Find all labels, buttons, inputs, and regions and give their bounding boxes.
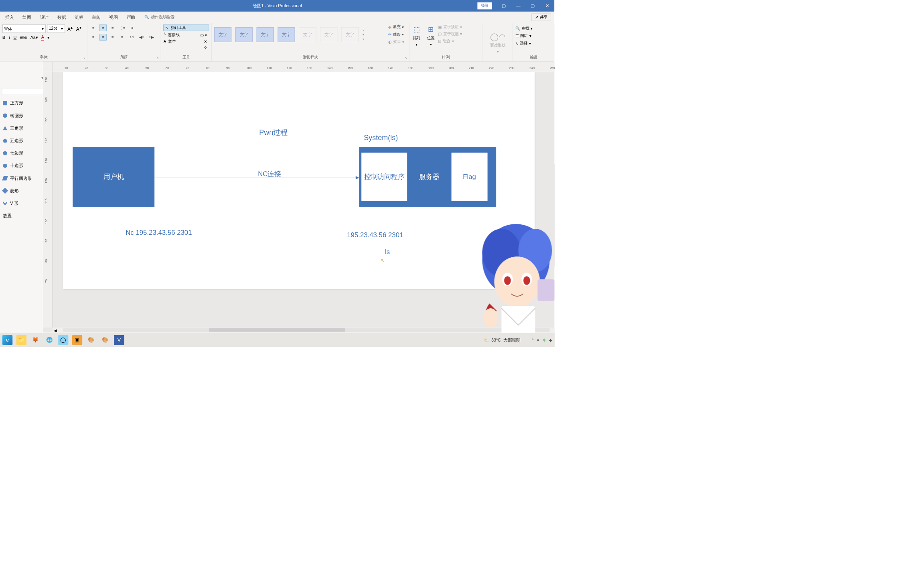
- app-icon-2[interactable]: ▣: [72, 335, 82, 345]
- find-button[interactable]: 🔍查找 ▾: [515, 26, 552, 31]
- visio-icon[interactable]: V: [114, 335, 124, 345]
- shape-item-ellipse[interactable]: 椭圆形: [2, 109, 41, 122]
- ribbon-display-icon[interactable]: ▢: [496, 0, 511, 12]
- menu-data[interactable]: 数据: [53, 14, 70, 20]
- diagram-client-box[interactable]: 用户机: [73, 147, 154, 207]
- share-button[interactable]: ↗ 共享: [531, 14, 551, 21]
- menu-view[interactable]: 视图: [105, 14, 122, 20]
- shape-item-vshape[interactable]: V 形: [2, 197, 41, 210]
- shape-item-parallelogram[interactable]: 平行四边形: [2, 172, 41, 184]
- diagram-ls[interactable]: ls: [385, 248, 390, 256]
- style-item-5[interactable]: 文字: [299, 27, 316, 42]
- diagram-conn-label[interactable]: NC连接: [258, 169, 281, 179]
- maximize-icon[interactable]: ▢: [525, 0, 540, 12]
- justify-icon[interactable]: ≡: [119, 34, 126, 41]
- styles-more-icon[interactable]: ▾: [363, 37, 364, 41]
- align-left-icon[interactable]: ≡: [90, 24, 97, 31]
- app-icon-4[interactable]: 🎨: [100, 335, 110, 345]
- style-item-6[interactable]: 文字: [320, 27, 337, 42]
- increase-indent-icon[interactable]: ≡▶: [148, 34, 155, 41]
- shape-item-diamond[interactable]: 菱形: [2, 185, 41, 197]
- align-center-icon[interactable]: ≡: [99, 24, 107, 31]
- shape-item-square[interactable]: 正方形: [2, 97, 41, 109]
- diagram-flag-box[interactable]: Flag: [452, 153, 488, 201]
- layers-button[interactable]: ☰图层 ▾: [515, 33, 552, 39]
- diagram-arrow[interactable]: [154, 178, 356, 178]
- styles-scroll-up-icon[interactable]: ▴: [363, 28, 364, 32]
- line-button[interactable]: ✏线条 ▾: [388, 32, 404, 37]
- shape-item-heptagon[interactable]: 七边形: [2, 147, 41, 159]
- tray-icon-3[interactable]: ◆: [549, 338, 552, 342]
- menu-design[interactable]: 设计: [36, 14, 53, 20]
- bold-button[interactable]: B: [2, 35, 6, 40]
- menu-draw[interactable]: 绘图: [18, 14, 36, 20]
- menu-review[interactable]: 审阅: [87, 14, 105, 20]
- edge-icon[interactable]: e: [2, 335, 12, 345]
- chrome-icon[interactable]: 🌐: [44, 335, 54, 345]
- menu-process[interactable]: 流程: [70, 14, 87, 20]
- connector-tool-button[interactable]: ╰连接线: [164, 33, 180, 38]
- connection-point-icon[interactable]: ⊹: [204, 45, 207, 50]
- send-back-button[interactable]: ▢置于底层 ▾: [438, 32, 462, 37]
- firefox-icon[interactable]: 🦊: [30, 335, 41, 345]
- align-right-icon[interactable]: ≡: [109, 24, 116, 31]
- weather-temp[interactable]: 33°C: [491, 338, 501, 343]
- select-button[interactable]: ↖选择 ▾: [515, 41, 552, 46]
- effect-button[interactable]: ◐效果 ▾: [388, 39, 404, 45]
- style-item-3[interactable]: 文字: [257, 27, 274, 42]
- font-color-button[interactable]: A: [41, 35, 44, 40]
- tray-icon-2[interactable]: ❋: [543, 338, 546, 342]
- font-dialog-launcher-icon[interactable]: ↘: [83, 56, 85, 59]
- shapes-search-input[interactable]: [2, 88, 46, 95]
- font-name-select[interactable]: 宋体▾: [2, 24, 46, 33]
- clear-format-icon[interactable]: A: [128, 24, 136, 31]
- menu-help[interactable]: 帮助: [122, 14, 140, 20]
- increase-font-icon[interactable]: A▴: [67, 25, 74, 32]
- style-item-1[interactable]: 文字: [214, 27, 231, 42]
- style-item-7[interactable]: 文字: [341, 27, 359, 42]
- group-button[interactable]: ⊡组合 ▾: [438, 39, 462, 44]
- shape-item-pentagon[interactable]: 五边形: [2, 134, 41, 147]
- minimize-icon[interactable]: —: [511, 0, 525, 12]
- diagram-title[interactable]: Pwn过程: [259, 128, 288, 138]
- align-bottom-icon[interactable]: ≡: [109, 34, 116, 41]
- file-explorer-icon[interactable]: 📁: [16, 335, 26, 345]
- italic-button[interactable]: I: [9, 35, 10, 40]
- drawing-page[interactable]: Pwn过程 System(ls) 用户机 控制访问程序 服务器 Flag NC连…: [63, 72, 535, 289]
- rectangle-tool-icon[interactable]: ▭ ▾: [200, 33, 207, 37]
- shape-item-place[interactable]: 放置: [2, 210, 41, 222]
- weather-desc[interactable]: 大部晴朗: [503, 337, 521, 343]
- diagram-server-box[interactable]: 控制访问程序 服务器 Flag: [359, 147, 496, 207]
- decrease-indent-icon[interactable]: ◀≡: [138, 34, 145, 41]
- tell-me-search[interactable]: 🔍 操作说明搜索: [144, 15, 174, 20]
- paragraph-dialog-launcher-icon[interactable]: ↘: [156, 56, 159, 59]
- diagram-ctrl-box[interactable]: 控制访问程序: [361, 153, 407, 201]
- fill-button[interactable]: ◆填充 ▾: [388, 24, 404, 30]
- strike-button[interactable]: abc: [20, 35, 27, 40]
- delete-tool-icon[interactable]: ✕: [204, 39, 207, 44]
- bullets-icon[interactable]: ⋮≡: [119, 24, 126, 31]
- styles-scroll-down-icon[interactable]: ▾: [363, 33, 364, 36]
- align-top-icon[interactable]: ≡: [90, 34, 97, 41]
- app-icon-1[interactable]: ◯: [58, 335, 68, 345]
- text-tool-button[interactable]: A文本: [164, 39, 176, 44]
- pointer-tool-button[interactable]: ↖指针工具: [164, 24, 209, 31]
- style-item-2[interactable]: 文字: [235, 27, 253, 42]
- align-middle-icon[interactable]: ≡: [99, 34, 107, 41]
- font-size-select[interactable]: 12pt▾: [47, 24, 65, 33]
- change-case-button[interactable]: Aa▾: [30, 35, 38, 40]
- tray-icon-1[interactable]: ●: [537, 338, 539, 342]
- arrange-button[interactable]: ⬚ 排列▾: [411, 24, 421, 47]
- line-spacing-icon[interactable]: ↕A: [128, 34, 136, 41]
- position-button[interactable]: ⊞ 位置▾: [426, 24, 436, 47]
- style-item-4[interactable]: 文字: [278, 27, 295, 42]
- diagram-nc-cmd[interactable]: Nc 195.23.43.56 2301: [126, 229, 192, 236]
- menu-insert[interactable]: 插入: [1, 14, 18, 20]
- diagram-ip[interactable]: 195.23.43.56 2301: [347, 231, 403, 239]
- underline-button[interactable]: U: [14, 35, 17, 40]
- login-button[interactable]: 登录: [477, 2, 492, 9]
- bring-front-button[interactable]: ▣置于顶层 ▾: [438, 24, 462, 30]
- styles-dialog-launcher-icon[interactable]: ↘: [405, 56, 407, 59]
- diagram-system[interactable]: System(ls): [364, 133, 398, 141]
- app-icon-3[interactable]: 🎨: [86, 335, 96, 345]
